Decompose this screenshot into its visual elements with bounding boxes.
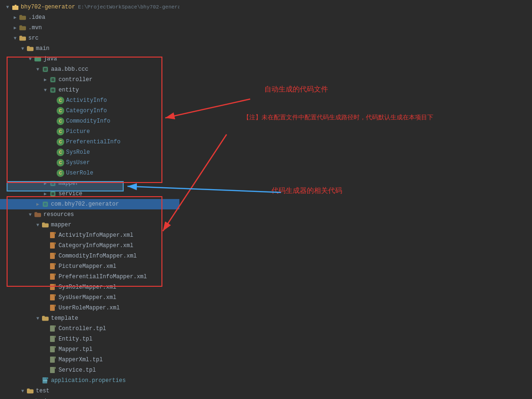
- xml-icon6: [49, 283, 57, 291]
- test-label: test: [36, 388, 50, 394]
- class-icon: C: [57, 149, 64, 156]
- Mapper-tpl[interactable]: Mapper.tpl: [0, 344, 179, 355]
- ActivityInfo-file[interactable]: C ActivityInfo: [0, 95, 179, 106]
- CategoryInfoMapper-file[interactable]: CategoryInfoMapper.xml: [0, 241, 179, 251]
- service-pkg-label: service: [59, 191, 82, 197]
- project-root[interactable]: bhy702-generator E:\ProjectWorkSpace\bhy…: [0, 2, 179, 12]
- tpl-icon2: [49, 335, 57, 343]
- SysRoleMapper-file[interactable]: SysRoleMapper.xml: [0, 282, 179, 292]
- xml-icon7: [49, 294, 57, 301]
- entity-arrow: [42, 86, 49, 94]
- ActivityInfo-label: ActivityInfo: [66, 97, 107, 104]
- service-pkg-icon: [49, 190, 57, 198]
- Entity-tpl-label: Entity.tpl: [59, 336, 93, 342]
- tpl-icon5: [49, 366, 57, 374]
- controller-arrow: [42, 76, 49, 83]
- SysUser-file[interactable]: C SysUser: [0, 158, 179, 168]
- svg-rect-17: [54, 232, 56, 234]
- test-folder[interactable]: test: [0, 386, 179, 396]
- mapper-package[interactable]: mapper: [0, 178, 179, 189]
- java-arrow: [26, 55, 34, 63]
- idea-folder[interactable]: .idea: [0, 12, 179, 23]
- properties-icon: [42, 377, 49, 384]
- svg-rect-47: [54, 346, 56, 348]
- src-folder[interactable]: src: [0, 33, 179, 43]
- CategoryInfoMapper-label: CategoryInfoMapper.xml: [59, 242, 133, 249]
- resources-label: resources: [43, 211, 74, 218]
- ActivityInfoMapper-label: ActivityInfoMapper.xml: [59, 232, 133, 239]
- mvn-label: .mvn: [28, 25, 42, 31]
- class-icon: C: [57, 138, 64, 146]
- mvn-folder[interactable]: .mvn: [0, 23, 179, 33]
- PreferentialInfo-file[interactable]: C PreferentialInfo: [0, 137, 179, 147]
- controller-label: controller: [59, 76, 93, 83]
- java-test-folder[interactable]: java: [0, 396, 179, 399]
- svg-rect-53: [54, 367, 56, 369]
- aaa-package[interactable]: aaa.bbb.ccc: [0, 64, 179, 75]
- mapper-res-folder[interactable]: mapper: [0, 220, 179, 230]
- controller-package[interactable]: controller: [0, 75, 179, 85]
- project-path: E:\ProjectWorkSpace\bhy702-generator: [78, 4, 179, 10]
- ActivityInfoMapper-file[interactable]: ActivityInfoMapper.xml: [0, 230, 179, 241]
- SysRole-file[interactable]: C SysRole: [0, 147, 179, 158]
- service-arrow: [42, 190, 49, 198]
- svg-rect-1: [12, 6, 15, 7]
- resources-folder[interactable]: resources: [0, 209, 179, 220]
- generator-package[interactable]: com.bhy702.generator: [0, 199, 179, 209]
- Service-tpl-label: Service.tpl: [59, 367, 96, 374]
- CommodityInfo-file[interactable]: C CommodityInfo: [0, 116, 179, 126]
- service-package[interactable]: service: [0, 189, 179, 199]
- tpl-icon3: [49, 346, 57, 353]
- UserRole-file[interactable]: C UserRole: [0, 168, 179, 178]
- entity-icon: [49, 86, 57, 94]
- resources-arrow: [26, 211, 34, 218]
- Entity-tpl[interactable]: Entity.tpl: [0, 334, 179, 344]
- mapper-res-label: mapper: [51, 222, 71, 228]
- UserRoleMapper-file[interactable]: UserRoleMapper.xml: [0, 303, 179, 313]
- idea-arrow: [11, 14, 19, 21]
- test-arrow: [19, 387, 26, 395]
- note-annotation: 【注】未在配置文件中配置代码生成路径时，代码默认生成在本项目下: [243, 113, 433, 122]
- MapperXml-tpl[interactable]: MapperXml.tpl: [0, 355, 179, 365]
- java-folder[interactable]: java: [0, 54, 179, 64]
- SysUser-label: SysUser: [66, 159, 90, 166]
- main-folder[interactable]: main: [0, 43, 179, 54]
- template-folder-icon: [42, 315, 49, 322]
- svg-rect-23: [54, 253, 56, 255]
- Service-tpl[interactable]: Service.tpl: [0, 365, 179, 375]
- java-label: java: [43, 56, 57, 62]
- main-folder-icon: [26, 45, 34, 52]
- template-label: template: [51, 315, 78, 322]
- PreferentialInfo-label: PreferentialInfo: [66, 139, 120, 145]
- aaa-arrow: [34, 66, 42, 73]
- SysRoleMapper-label: SysRoleMapper.xml: [59, 284, 116, 291]
- CategoryInfo-file[interactable]: C CategoryInfo: [0, 106, 179, 116]
- svg-rect-50: [54, 357, 56, 358]
- entity-package[interactable]: entity: [0, 85, 179, 95]
- CommodityInfoMapper-file[interactable]: CommodityInfoMapper.xml: [0, 251, 179, 261]
- Picture-file[interactable]: C Picture: [0, 126, 179, 137]
- idea-label: .idea: [28, 14, 45, 21]
- generator-code-annotation: 代码生成器的相关代码: [271, 186, 342, 195]
- CommodityInfo-label: CommodityInfo: [66, 118, 110, 125]
- template-folder[interactable]: template: [0, 313, 179, 324]
- package-icon: [42, 66, 49, 73]
- application-properties[interactable]: application.properties: [0, 375, 179, 386]
- mapper-arrow: [42, 180, 49, 187]
- mvn-folder-icon: [19, 24, 26, 32]
- SysUserMapper-label: SysUserMapper.xml: [59, 294, 116, 301]
- svg-point-59: [46, 380, 48, 382]
- SysUserMapper-file[interactable]: SysUserMapper.xml: [0, 292, 179, 303]
- UserRole-label: UserRole: [66, 170, 93, 176]
- PreferentialInfoMapper-file[interactable]: PreferentialInfoMapper.xml: [0, 272, 179, 282]
- Controller-tpl[interactable]: Controller.tpl: [0, 324, 179, 334]
- svg-rect-2: [15, 5, 17, 6]
- file-tree[interactable]: bhy702-generator E:\ProjectWorkSpace\bhy…: [0, 0, 179, 399]
- Mapper-tpl-label: Mapper.tpl: [59, 346, 93, 353]
- PictureMapper-file[interactable]: PictureMapper.xml: [0, 261, 179, 272]
- svg-rect-38: [54, 305, 56, 307]
- PreferentialInfoMapper-label: PreferentialInfoMapper.xml: [59, 274, 147, 280]
- xml-icon5: [49, 273, 57, 281]
- main-label: main: [36, 45, 50, 52]
- aaa-label: aaa.bbb.ccc: [51, 66, 88, 73]
